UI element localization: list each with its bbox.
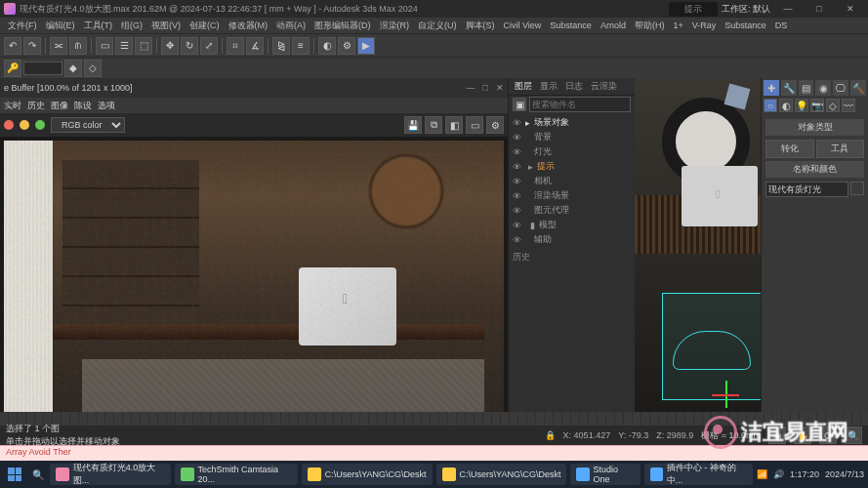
help-search[interactable]: 提示 [669,2,718,17]
align-button[interactable]: ≡ [292,37,310,55]
traffic-max-icon[interactable] [35,120,45,130]
tray-sound-icon[interactable]: 🔊 [773,469,784,479]
shape-icon[interactable]: ◐ [779,99,793,112]
geom-icon[interactable]: ○ [764,99,777,112]
z-coord[interactable]: Z: 2989.9 [656,430,693,440]
workspace-label[interactable]: 工作区: 默认 [722,3,770,16]
menu-civil[interactable]: Civil View [500,20,546,31]
tree-search[interactable] [529,97,631,112]
tree-item[interactable]: 👁 ▮模型 [513,218,631,232]
minimize-button[interactable]: — [774,4,802,14]
light-icon[interactable]: 💡 [795,99,808,112]
move-gizmo-icon[interactable] [712,381,741,410]
tray-time[interactable]: 1:17:20 [790,469,819,479]
menu-vray[interactable]: V-Ray [688,20,721,31]
fb-tab-live[interactable]: 实时 [4,100,21,112]
select-rect-button[interactable]: ⬚ [135,37,152,55]
select-name-button[interactable]: ☰ [115,37,133,55]
menu-help[interactable]: 帮助(H) [631,19,669,33]
taskbar-item[interactable]: C:\Users\YANG\CG\Deskt [436,464,567,485]
tray-date[interactable]: 2024/7/13 [825,469,864,479]
object-name-input[interactable] [765,182,848,197]
menu-arnold[interactable]: Arnold [597,20,630,31]
redo-button[interactable]: ↷ [23,37,41,55]
unlink-button[interactable]: ⫙ [69,37,87,55]
render-setup-button[interactable]: ⚙ [338,37,355,55]
helper-icon[interactable]: ◇ [826,99,840,112]
x-coord[interactable]: X: 4051.427 [563,430,611,440]
search-icon[interactable]: 🔍 [30,466,47,483]
rotate-button[interactable]: ↻ [181,37,198,55]
color-swatch[interactable] [850,182,864,195]
menu-create[interactable]: 创建(C) [186,19,224,33]
menu-substance2[interactable]: Substance [721,20,770,31]
tree-item[interactable]: 👁 渲染场景 [513,188,631,203]
tree-item[interactable]: 👁 相机 [513,174,631,188]
scale-button[interactable]: ⤢ [200,37,218,55]
nav-pan-button[interactable]: ✋ [794,427,811,444]
modify-tab[interactable]: 🔧 [781,80,797,96]
menu-render[interactable]: 渲染(R) [376,19,414,33]
fb-tab-layout[interactable]: 陈设 [74,100,92,112]
tree-filter-icon[interactable]: ▣ [513,98,526,111]
tree-tab-log[interactable]: 日志 [565,80,583,93]
create-tab[interactable]: ✚ [764,80,779,96]
fb-max-button[interactable]: □ [483,83,488,93]
key-button[interactable]: 🔑 [4,60,21,77]
viewcube[interactable] [718,82,757,121]
tree-item[interactable]: 👁 背景 [513,130,631,144]
tree-tab-layer[interactable]: 图层 [515,80,532,93]
menu-substance[interactable]: Substance [546,20,596,31]
taskbar-item[interactable]: TechSmith Camtasia 20... [175,464,297,485]
display-tab[interactable]: 🖵 [833,80,848,96]
close-button[interactable]: ✕ [837,4,864,14]
clone-button[interactable]: ⧉ [425,116,442,134]
select-button[interactable]: ▭ [96,37,113,55]
tool-a[interactable]: ◆ [64,60,82,77]
fb-tab-image[interactable]: 图像 [51,100,68,112]
fb-tab-history[interactable]: 历史 [27,100,45,112]
nav-orbit-button[interactable]: ⟳ [819,427,837,444]
convert-button[interactable]: 转化 [765,140,814,158]
menu-graph[interactable]: 图形编辑器(D) [310,19,375,33]
mirror-button[interactable]: ⧎ [272,37,290,55]
nav-zoom-button[interactable]: 🔍 [845,427,862,444]
menu-view[interactable]: 视图(V) [147,19,185,33]
traffic-min-icon[interactable] [20,120,29,130]
region-button[interactable]: ▭ [466,116,483,134]
tool-b[interactable]: ◇ [84,60,102,77]
render-viewport[interactable] [0,137,508,431]
spinner-1[interactable] [23,61,62,75]
tree-item[interactable]: 👁 灯光 [513,144,631,159]
name-color-header[interactable]: 名称和颜色 [765,161,864,178]
traffic-close-icon[interactable] [4,120,14,130]
tree-item[interactable]: 👁 辅助 [513,232,631,247]
tree-item[interactable]: 👁 图元代理 [513,203,631,218]
taskbar-item[interactable]: Studio One [570,464,640,485]
angle-snap-button[interactable]: ∡ [246,37,264,55]
tree-tab-cloud[interactable]: 云渲染 [591,80,617,93]
fb-tab-options[interactable]: 选项 [98,100,115,112]
taskbar-item[interactable]: 现代有质灯光4.0放大图... [50,464,171,485]
camera-icon[interactable]: 📷 [810,99,824,112]
menu-edit[interactable]: 编辑(E) [42,19,79,33]
menu-ds[interactable]: DS [771,20,792,31]
tree-item[interactable]: 👁 ▸提示 [513,159,631,174]
tree-root[interactable]: 👁▸场景对象 [513,115,631,130]
isolate-button[interactable]: ◉ [768,427,786,444]
tools-button[interactable]: 工具 [816,140,865,158]
menu-animation[interactable]: 动画(A) [272,19,310,33]
link-button[interactable]: ⫘ [50,37,67,55]
hierarchy-tab[interactable]: ▤ [799,80,814,96]
lock-icon[interactable]: 🔒 [545,430,556,440]
taskbar-item[interactable]: 插件中心 - 神奇的中... [644,464,753,485]
utilities-tab[interactable]: 🔨 [850,80,866,96]
tree-tab-display[interactable]: 显示 [540,80,558,93]
space-icon[interactable]: 〰 [842,99,855,112]
render-button[interactable]: ▶ [357,37,375,55]
menu-modifier[interactable]: 修改器(M) [225,19,272,33]
fb-min-button[interactable]: — [467,83,475,93]
channel-select[interactable]: RGB color [51,117,125,133]
maximize-button[interactable]: □ [806,4,833,14]
fb-settings-button[interactable]: ⚙ [486,116,504,134]
